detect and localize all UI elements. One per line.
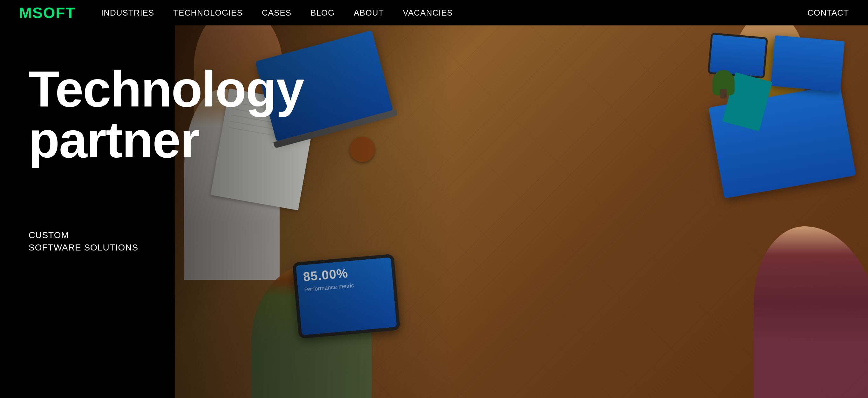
coffee-cup	[349, 137, 375, 162]
nav-item-cases[interactable]: CASES	[262, 8, 291, 18]
nav-links: INDUSTRIES TECHNOLOGIES CASES BLOG ABOUT…	[101, 8, 453, 18]
hero-subtitle: CUSTOM SOFTWARE SOLUTIONS	[29, 229, 156, 254]
tablet-top-right	[708, 32, 768, 79]
nav-item-blog[interactable]: BLOG	[310, 8, 335, 18]
hero-section: Technology partner CUSTOM SOFTWARE SOLUT…	[0, 25, 868, 398]
navbar-left: MSOFT INDUSTRIES TECHNOLOGIES CASES BLOG…	[19, 4, 453, 22]
person-right-bottom	[754, 226, 868, 398]
nav-item-industries[interactable]: INDUSTRIES	[101, 8, 154, 18]
nav-item-about[interactable]: ABOUT	[353, 8, 384, 18]
hero-title: Technology partner	[29, 64, 156, 165]
hero-left-panel: Technology partner CUSTOM SOFTWARE SOLUT…	[0, 25, 175, 398]
tablet-top-right-screen	[709, 35, 766, 76]
contact-link[interactable]: CONTACT	[807, 8, 849, 18]
laptop-top-right	[771, 35, 844, 92]
navbar: MSOFT INDUSTRIES TECHNOLOGIES CASES BLOG…	[0, 0, 868, 25]
plant-decoration	[712, 70, 735, 95]
main-tablet: 85.00% Performance metric	[292, 254, 400, 339]
nav-item-technologies[interactable]: TECHNOLOGIES	[173, 8, 243, 18]
nav-item-vacancies[interactable]: VACANCIES	[403, 8, 453, 18]
logo[interactable]: MSOFT	[19, 4, 75, 22]
tablet-main-screen: 85.00% Performance metric	[296, 257, 397, 335]
